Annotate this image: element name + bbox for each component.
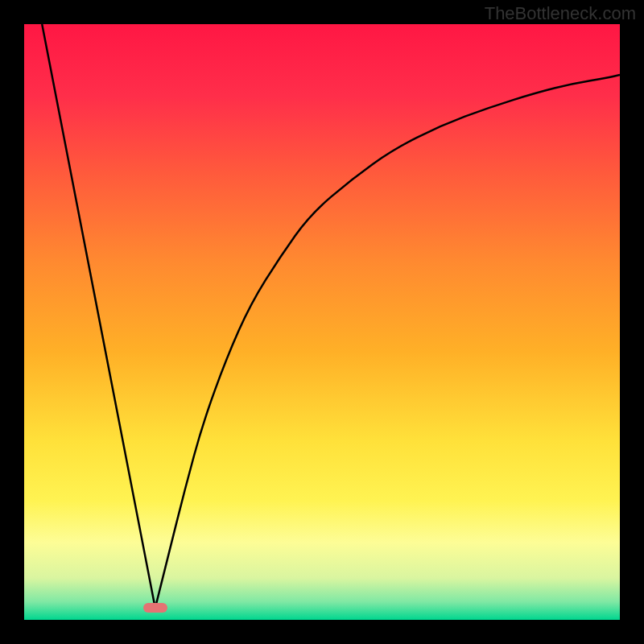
optimum-marker	[143, 603, 167, 613]
watermark-text: TheBottleneck.com	[485, 3, 636, 24]
bottleneck-curve	[42, 24, 620, 608]
chart-area	[24, 24, 620, 620]
curve-layer	[24, 24, 620, 620]
